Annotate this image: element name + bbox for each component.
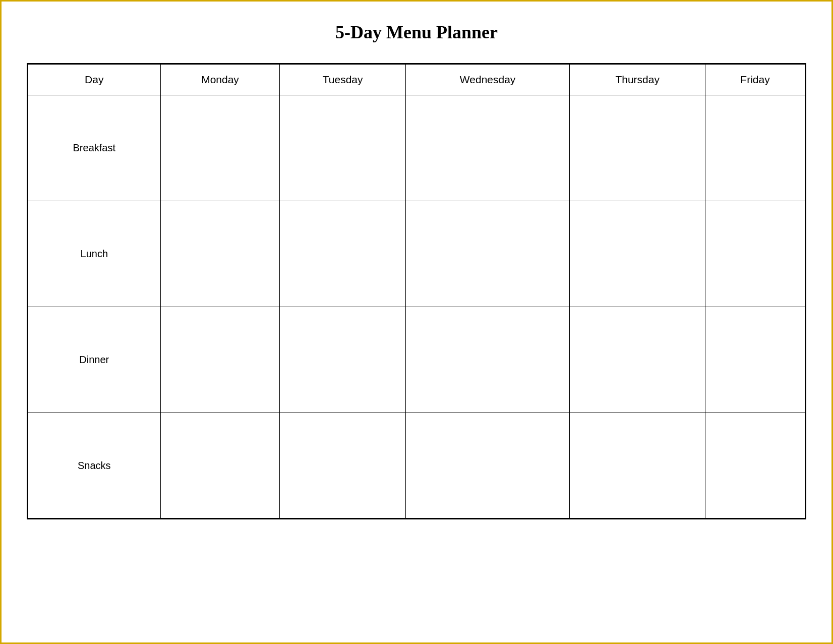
snacks-thursday[interactable] [570,413,705,519]
snacks-tuesday[interactable] [280,413,405,519]
snacks-wednesday[interactable] [405,413,570,519]
header-row: Day Monday Tuesday Wednesday Thursday Fr… [28,64,806,95]
col-header-friday: Friday [705,64,806,95]
col-header-wednesday: Wednesday [405,64,570,95]
dinner-monday[interactable] [160,307,280,413]
menu-planner-table: Day Monday Tuesday Wednesday Thursday Fr… [27,63,806,519]
breakfast-tuesday[interactable] [280,95,405,201]
lunch-thursday[interactable] [570,201,705,307]
dinner-thursday[interactable] [570,307,705,413]
lunch-tuesday[interactable] [280,201,405,307]
col-header-thursday: Thursday [570,64,705,95]
dinner-tuesday[interactable] [280,307,405,413]
breakfast-thursday[interactable] [570,95,705,201]
dinner-friday[interactable] [705,307,806,413]
breakfast-row: Breakfast [28,95,806,201]
snacks-row: Snacks [28,413,806,519]
lunch-row: Lunch [28,201,806,307]
breakfast-friday[interactable] [705,95,806,201]
lunch-monday[interactable] [160,201,280,307]
col-header-monday: Monday [160,64,280,95]
lunch-label: Lunch [28,201,161,307]
col-header-tuesday: Tuesday [280,64,405,95]
page-title: 5-Day Menu Planner [335,22,498,43]
dinner-row: Dinner [28,307,806,413]
snacks-friday[interactable] [705,413,806,519]
col-header-day: Day [28,64,161,95]
snacks-monday[interactable] [160,413,280,519]
breakfast-label: Breakfast [28,95,161,201]
lunch-wednesday[interactable] [405,201,570,307]
dinner-wednesday[interactable] [405,307,570,413]
lunch-friday[interactable] [705,201,806,307]
dinner-label: Dinner [28,307,161,413]
breakfast-monday[interactable] [160,95,280,201]
snacks-label: Snacks [28,413,161,519]
breakfast-wednesday[interactable] [405,95,570,201]
